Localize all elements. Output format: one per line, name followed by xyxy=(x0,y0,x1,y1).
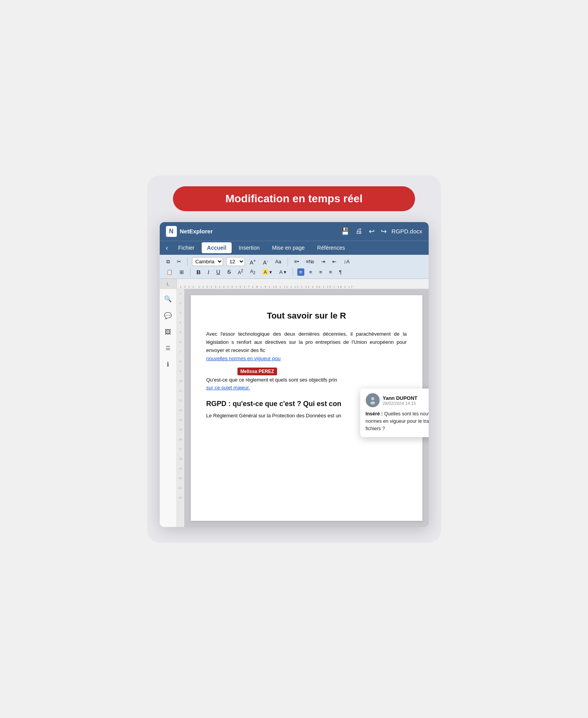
indent-button[interactable]: ⇥ xyxy=(319,258,327,265)
toolbar-icons: 💾 🖨 ↩ ↪ xyxy=(341,227,387,236)
sort-button[interactable]: ↕A xyxy=(342,258,351,265)
search-icon[interactable]: 🔍 xyxy=(162,294,173,304)
paragraph-button[interactable]: ¶ xyxy=(337,268,344,276)
doc-name: RGPD.docx xyxy=(391,228,422,235)
list-bullet-button[interactable]: ≡• xyxy=(292,258,301,265)
menu-references[interactable]: Références xyxy=(312,242,351,253)
badge-text: Modification en temps réel xyxy=(225,193,363,205)
subscript-button[interactable]: A2 xyxy=(248,268,258,276)
print-icon[interactable]: 🖨 xyxy=(356,227,363,236)
align-justify-button[interactable]: ≡ xyxy=(297,268,304,276)
ruler-main: ·1·2·1·1· 1·1·2·1·3·1·4·1·5·1·6·1·7·1·8·… xyxy=(177,279,429,289)
document-page: Tout savoir sur le R Avec l'essor techno… xyxy=(191,295,422,521)
bold-button[interactable]: B xyxy=(195,268,203,276)
sep1 xyxy=(187,257,188,266)
ribbon-row-1: ⧉ ✂ Cambria 12 A+ A- Aa ≡• ≡№ ⇥ ⇤ ↕A xyxy=(164,257,424,266)
info-icon[interactable]: ℹ xyxy=(165,359,171,370)
document-para-1: Avec l'essor technologique des deux dern… xyxy=(206,330,407,363)
ruler-area: L ·1·2·1·1· 1·1·2·1·3·1·4·1·5·1·6·1·7·1·… xyxy=(160,279,429,289)
outdent-button[interactable]: ⇤ xyxy=(330,258,338,265)
align-right-button[interactable]: ≡ xyxy=(317,268,324,276)
change-case-button[interactable]: Aa xyxy=(273,258,283,265)
font-family-select[interactable]: Cambria xyxy=(192,257,223,266)
melissa-tooltip: Melissa PEREZ xyxy=(237,368,277,375)
toc-icon[interactable]: ☰ xyxy=(164,343,172,353)
highlight-button[interactable]: A ▾ xyxy=(260,268,274,276)
svg-point-1 xyxy=(370,401,375,405)
menu-bar: ‹ Fichier Accueil Insertion Mise en page… xyxy=(160,241,429,255)
underline-button[interactable]: U xyxy=(215,268,222,276)
svg-point-0 xyxy=(371,397,374,400)
align-center-button[interactable]: ≡ xyxy=(307,268,314,276)
menu-fichier[interactable]: Fichier xyxy=(173,242,200,253)
app-window: N NetExplorer 💾 🖨 ↩ ↪ RGPD.docx ‹ Fichie… xyxy=(160,222,429,527)
list-number-button[interactable]: ≡№ xyxy=(304,258,316,265)
font-shrink-button[interactable]: A- xyxy=(261,257,270,266)
comment-header: Yann DUPONT 28/02/2024 14:15 ✓ ✕ xyxy=(366,393,429,407)
font-size-select[interactable]: 12 xyxy=(226,257,245,266)
document-title: Tout savoir sur le R xyxy=(206,311,407,321)
comment-box: Yann DUPONT 28/02/2024 14:15 ✓ ✕ Inséré … xyxy=(360,389,429,437)
strikethrough-button[interactable]: S xyxy=(225,268,233,276)
page-wrapper: Tout savoir sur le R Avec l'essor techno… xyxy=(185,289,429,527)
sep2 xyxy=(288,257,288,266)
vertical-ruler: 1 2 3 4 5 6 7 8 9 10 11 12 13 14 15 16 1… xyxy=(177,289,185,527)
copy-button[interactable]: ⧉ xyxy=(164,258,172,266)
logo-area: N NetExplorer xyxy=(166,226,337,237)
doc-link-2[interactable]: sur ce sujet majeur. xyxy=(206,385,250,391)
save-icon[interactable]: 💾 xyxy=(341,227,349,236)
menu-mise-en-page[interactable]: Mise en page xyxy=(267,242,310,253)
back-button[interactable]: ‹ xyxy=(163,242,171,254)
outer-container: Modification en temps réel N NetExplorer… xyxy=(147,175,441,543)
menu-insertion[interactable]: Insertion xyxy=(233,242,265,253)
paste-button[interactable]: 📋 xyxy=(164,268,174,276)
align-left-button[interactable]: ≡ xyxy=(327,268,334,276)
format-painter-button[interactable]: ⊞ xyxy=(178,268,186,276)
italic-button[interactable]: I xyxy=(206,268,211,276)
cut-button[interactable]: ✂ xyxy=(175,258,183,265)
logo-icon: N xyxy=(166,226,177,237)
ribbon: ⧉ ✂ Cambria 12 A+ A- Aa ≡• ≡№ ⇥ ⇤ ↕A xyxy=(160,255,429,279)
badge-pill: Modification en temps réel xyxy=(173,186,415,211)
left-sidebar: 🔍 💬 🖼 ☰ ℹ xyxy=(160,289,177,527)
font-color-button[interactable]: A ▾ xyxy=(277,268,288,276)
redo-icon[interactable]: ↪ xyxy=(381,227,387,236)
menu-accueil[interactable]: Accueil xyxy=(202,242,232,253)
app-name: NetExplorer xyxy=(180,228,213,235)
ruler-marks: ·1·2·1·1· 1·1·2·1·3·1·4·1·5·1·6·1·7·1·8·… xyxy=(177,279,429,289)
sep4 xyxy=(293,268,293,276)
comment-body: Inséré : Quelles sont les nouvelles norm… xyxy=(366,410,429,432)
comment-avatar xyxy=(366,393,380,407)
comment-author-info: Yann DUPONT 28/02/2024 14:15 xyxy=(383,395,418,406)
comment-date: 28/02/2024 14:15 xyxy=(383,401,418,406)
content-area: 🔍 💬 🖼 ☰ ℹ 1 2 3 4 5 6 7 8 9 10 11 12 13 xyxy=(160,289,429,527)
sep3 xyxy=(190,268,190,276)
title-bar: N NetExplorer 💾 🖨 ↩ ↪ RGPD.docx xyxy=(160,222,429,241)
image-icon[interactable]: 🖼 xyxy=(163,327,173,337)
undo-icon[interactable]: ↩ xyxy=(369,227,375,236)
font-grow-button[interactable]: A+ xyxy=(248,257,258,266)
comment-icon[interactable]: 💬 xyxy=(162,310,173,321)
ruler-corner: L xyxy=(160,279,177,289)
ribbon-row-2: 📋 ⊞ B I U S A2 A2 A ▾ A ▾ ≡ ≡ ≡ ≡ ¶ xyxy=(164,268,424,276)
comment-author-name: Yann DUPONT xyxy=(383,395,418,401)
superscript-button[interactable]: A2 xyxy=(236,268,245,276)
doc-link-1[interactable]: nouvelles normes en vigueur pou xyxy=(206,355,281,361)
